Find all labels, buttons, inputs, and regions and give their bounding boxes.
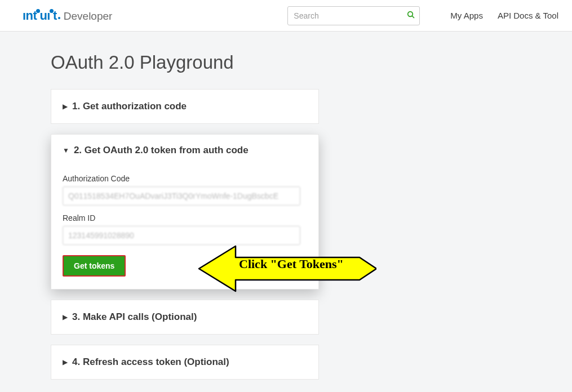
panel-title-step1: 1. Get authorization code: [72, 101, 187, 112]
top-nav: ıntuıt Developer My Apps API Docs & Tool: [0, 0, 572, 32]
panel-title-step3: 3. Make API calls (Optional): [72, 311, 197, 323]
auth-code-input[interactable]: [63, 186, 300, 206]
search-icon[interactable]: [406, 10, 415, 21]
panel-title-step2: 2. Get OAuth 2.0 token from auth code: [74, 145, 249, 156]
panel-title-step4: 4. Refresh access token (Optional): [72, 357, 229, 368]
auth-code-label: Authorization Code: [63, 174, 307, 183]
search-input[interactable]: [287, 6, 420, 25]
nav-my-apps[interactable]: My Apps: [450, 11, 483, 20]
panel-step4: ▶ 4. Refresh access token (Optional): [51, 345, 319, 380]
logo[interactable]: ıntuıt Developer: [23, 8, 112, 23]
panel-header-step1[interactable]: ▶ 1. Get authorization code: [51, 90, 318, 123]
panel-header-step2[interactable]: ▼ 2. Get OAuth 2.0 token from auth code: [51, 135, 318, 166]
panel-header-step4[interactable]: ▶ 4. Refresh access token (Optional): [51, 345, 318, 379]
caret-right-icon: ▶: [63, 314, 68, 320]
svg-point-0: [408, 11, 413, 16]
panel-step3: ▶ 3. Make API calls (Optional): [51, 300, 319, 335]
get-tokens-button[interactable]: Get tokens: [63, 255, 126, 277]
page-content: OAuth 2.0 Playground ▶ 1. Get authorizat…: [0, 32, 572, 380]
caret-right-icon: ▶: [63, 103, 68, 110]
page-title: OAuth 2.0 Playground: [51, 52, 572, 73]
caret-down-icon: ▼: [63, 147, 69, 154]
panel-header-step3[interactable]: ▶ 3. Make API calls (Optional): [51, 300, 318, 334]
search-box: [287, 6, 420, 25]
nav-api-docs[interactable]: API Docs & Tool: [498, 11, 558, 20]
realm-id-input[interactable]: [63, 226, 300, 245]
panel-body-step2: Authorization Code Realm ID Get tokens: [51, 174, 318, 289]
realm-id-label: Realm ID: [63, 213, 307, 222]
svg-line-1: [413, 16, 415, 18]
intuit-logo: ıntuıt: [23, 8, 60, 23]
panel-step1: ▶ 1. Get authorization code: [51, 89, 319, 124]
panel-step2: ▼ 2. Get OAuth 2.0 token from auth code …: [51, 134, 319, 289]
developer-label: Developer: [64, 10, 113, 23]
caret-right-icon: ▶: [63, 359, 68, 366]
